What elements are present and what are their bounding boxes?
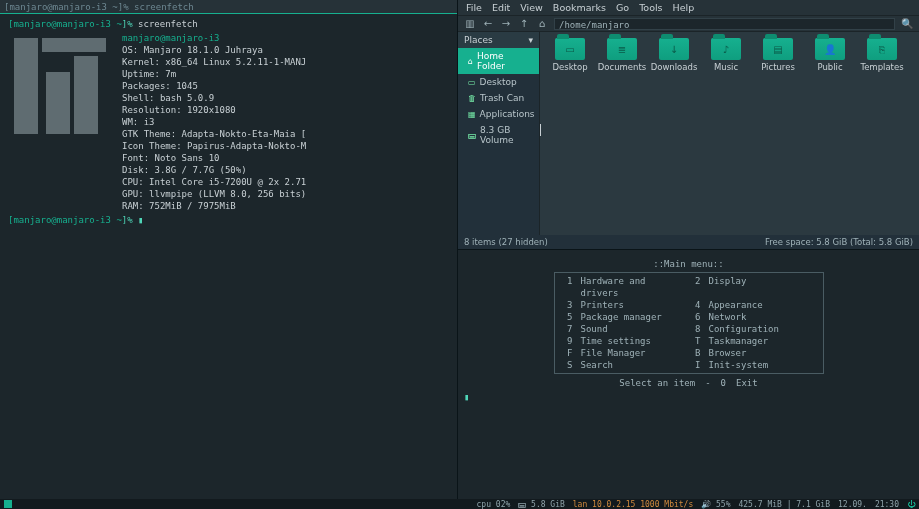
folder-label: Documents — [598, 62, 646, 72]
settings-item-display[interactable]: 2Display — [689, 275, 817, 299]
menu-help[interactable]: Help — [673, 2, 695, 13]
workspace-1[interactable] — [4, 500, 12, 508]
folder-icon: ▤ — [763, 38, 793, 60]
status-cpu: cpu 02% — [477, 500, 511, 509]
folder-label: Public — [817, 62, 842, 72]
folder-public[interactable]: 👤Public — [808, 38, 852, 72]
path-bar[interactable]: /home/manjaro — [554, 18, 895, 30]
menu-go[interactable]: Go — [616, 2, 629, 13]
fm-statusbar: 8 items (27 hidden) Free space: 5.8 GiB … — [458, 235, 919, 249]
prompt-line-2: [manjaro@manjaro-i3 ~]% ▮ — [8, 214, 449, 226]
terminal-body[interactable]: [manjaro@manjaro-i3 ~]% screenfetch manj… — [0, 14, 457, 499]
folder-icon: ♪ — [711, 38, 741, 60]
desktop-icon: ▭ — [468, 78, 476, 87]
settings-item-appearance[interactable]: 4Appearance — [689, 299, 817, 311]
settings-item-configuration[interactable]: 8Configuration — [689, 323, 817, 335]
folder-icon: ↓ — [659, 38, 689, 60]
status-vol: 🔊 55% — [701, 500, 730, 509]
fm-status-right: Free space: 5.8 GiB (Total: 5.8 GiB) — [765, 237, 913, 247]
fm-toolbar: ▥ ← → ↑ ⌂ /home/manjaro 🔍 — [458, 16, 919, 32]
new-tab-icon[interactable]: ▥ — [464, 18, 476, 30]
folder-icon: ≣ — [607, 38, 637, 60]
sidebar-item-home[interactable]: ⌂ Home Folder — [458, 48, 539, 74]
sidebar-places-header[interactable]: Places▾ — [458, 32, 539, 48]
folder-pictures[interactable]: ▤Pictures — [756, 38, 800, 72]
menu-edit[interactable]: Edit — [492, 2, 510, 13]
folder-label: Pictures — [761, 62, 795, 72]
settings-item-printers[interactable]: 3Printers — [561, 299, 689, 311]
prompt-line-1: [manjaro@manjaro-i3 ~]% screenfetch — [8, 18, 449, 30]
folder-label: Desktop — [552, 62, 587, 72]
chevron-down-icon: ▾ — [528, 35, 533, 45]
settings-title: ::Main menu:: — [464, 258, 913, 270]
folder-label: Music — [714, 62, 738, 72]
folder-videos[interactable]: ▶Videos — [912, 38, 919, 72]
back-icon[interactable]: ← — [482, 18, 494, 30]
folder-music[interactable]: ♪Music — [704, 38, 748, 72]
settings-menu-box: 1Hardware and drivers2Display3Printers4A… — [554, 272, 824, 374]
folder-documents[interactable]: ≣Documents — [600, 38, 644, 72]
status-lan: lan 10.0.2.15 1000 Mbit/s — [573, 500, 693, 509]
settings-item-file-manager[interactable]: FFile Manager — [561, 347, 689, 359]
menu-file[interactable]: File — [466, 2, 482, 13]
settings-item-network[interactable]: 6Network — [689, 311, 817, 323]
disk-icon: 🖴 — [468, 131, 476, 140]
fm-icon-view[interactable]: ▭Desktop≣Documents↓Downloads♪Music▤Pictu… — [540, 32, 919, 235]
menu-bookmarks[interactable]: Bookmarks — [553, 2, 606, 13]
folder-icon: ▭ — [555, 38, 585, 60]
home-icon[interactable]: ⌂ — [536, 18, 548, 30]
folder-icon: 👤 — [815, 38, 845, 60]
folder-downloads[interactable]: ↓Downloads — [652, 38, 696, 72]
forward-icon[interactable]: → — [500, 18, 512, 30]
terminal-screenfetch: [manjaro@manjaro-i3 ~]% screenfetch [man… — [0, 0, 458, 499]
settings-item-taskmanager[interactable]: TTaskmanager — [689, 335, 817, 347]
settings-item-package-manager[interactable]: 5Package manager — [561, 311, 689, 323]
sidebar-item-volume[interactable]: 🖴 8.3 GB Volume — [458, 122, 539, 148]
menu-tools[interactable]: Tools — [639, 2, 662, 13]
home-folder-icon: ⌂ — [468, 57, 473, 66]
status-mem: 425.7 MiB | 7.1 GiB — [738, 500, 830, 509]
folder-icon: ⎘ — [867, 38, 897, 60]
status-disk: 🖴 5.8 GiB — [518, 500, 565, 509]
settings-select-line: Select an item - 0 Exit — [464, 377, 913, 389]
sidebar-item-applications[interactable]: ▦ Applications — [458, 106, 539, 122]
text-cursor — [540, 124, 541, 136]
settings-item-hardware-and-drivers[interactable]: 1Hardware and drivers — [561, 275, 689, 299]
status-time: 21:30 — [875, 500, 899, 509]
screenfetch-info: manjaro@manjaro-i3 OS: Manjaro 18.1.0 Ju… — [122, 32, 306, 212]
search-icon[interactable]: 🔍 — [901, 18, 913, 30]
i3-statusbar: cpu 02% 🖴 5.8 GiB lan 10.0.2.15 1000 Mbi… — [0, 499, 919, 509]
folder-templates[interactable]: ⎘Templates — [860, 38, 904, 72]
settings-item-browser[interactable]: BBrowser — [689, 347, 817, 359]
fm-menubar: File Edit View Bookmarks Go Tools Help — [458, 0, 919, 16]
sidebar-item-trash[interactable]: 🗑 Trash Can — [458, 90, 539, 106]
terminal-title: [manjaro@manjaro-i3 ~]% screenfetch — [0, 0, 457, 14]
settings-item-time-settings[interactable]: 9Time settings — [561, 335, 689, 347]
manjaro-settings-tui[interactable]: ::Main menu:: 1Hardware and drivers2Disp… — [458, 250, 919, 499]
manjaro-logo — [8, 32, 112, 136]
file-manager: File Edit View Bookmarks Go Tools Help ▥… — [458, 0, 919, 250]
folder-label: Downloads — [651, 62, 698, 72]
status-date: 12.09. — [838, 500, 867, 509]
folder-label: Templates — [860, 62, 903, 72]
settings-item-search[interactable]: SSearch — [561, 359, 689, 371]
settings-cursor: ▮ — [464, 391, 913, 403]
menu-view[interactable]: View — [520, 2, 543, 13]
trash-icon: 🗑 — [468, 94, 476, 103]
settings-item-init-system[interactable]: IInit-system — [689, 359, 817, 371]
apps-icon: ▦ — [468, 110, 476, 119]
up-icon[interactable]: ↑ — [518, 18, 530, 30]
folder-desktop[interactable]: ▭Desktop — [548, 38, 592, 72]
fm-sidebar: Places▾ ⌂ Home Folder ▭ Desktop 🗑 Trash … — [458, 32, 540, 235]
settings-item-sound[interactable]: 7Sound — [561, 323, 689, 335]
fm-status-left: 8 items (27 hidden) — [464, 237, 548, 247]
power-icon[interactable]: ⏻ — [907, 500, 915, 509]
sidebar-item-desktop[interactable]: ▭ Desktop — [458, 74, 539, 90]
